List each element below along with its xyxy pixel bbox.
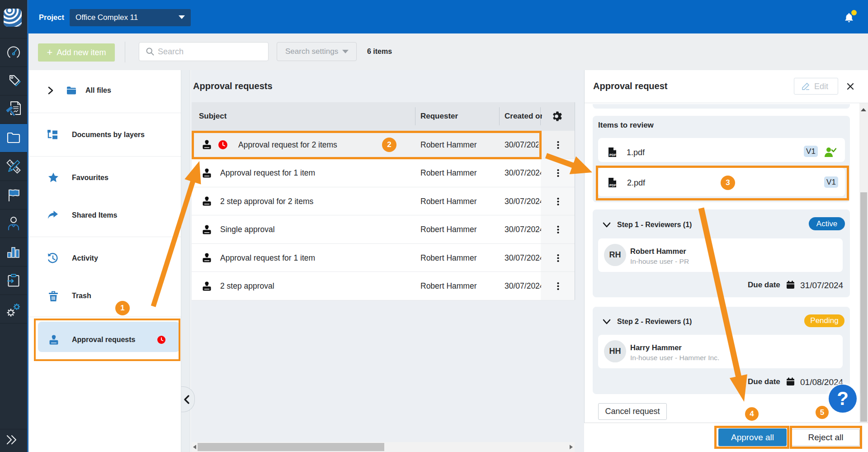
svg-text:PDF: PDF	[609, 153, 616, 157]
